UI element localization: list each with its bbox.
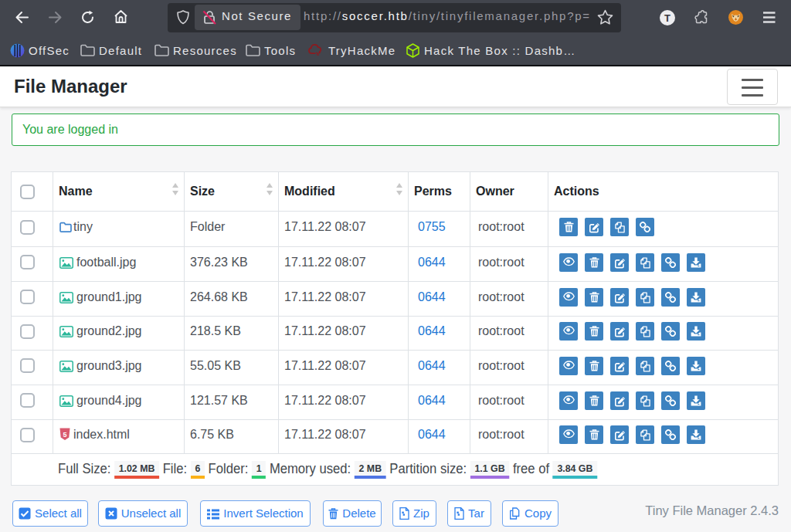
svg-text:5: 5 (63, 431, 66, 439)
svg-text:T: T (664, 12, 670, 24)
